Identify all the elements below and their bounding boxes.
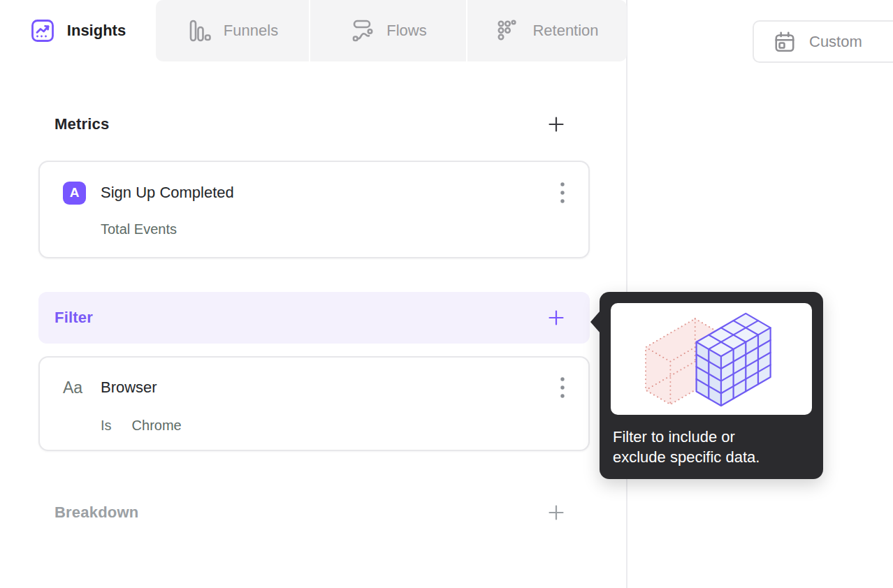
metric-badge: A — [63, 182, 86, 205]
insights-icon — [30, 18, 55, 43]
filter-illustration — [611, 303, 812, 415]
filter-operator[interactable]: Is — [101, 418, 112, 434]
tab-label: Retention — [532, 22, 598, 40]
breakdown-section-header: Breakdown — [38, 499, 590, 527]
tab-label: Funnels — [224, 22, 278, 40]
tab-label: Flows — [386, 22, 426, 40]
metric-event-card[interactable]: A Sign Up Completed Total Events — [38, 161, 590, 258]
date-range-label: Custom — [809, 33, 862, 51]
metric-event-name: Sign Up Completed — [101, 184, 234, 202]
flows-icon — [349, 18, 375, 43]
retention-icon — [495, 18, 521, 43]
tab-retention[interactable]: Retention — [466, 0, 627, 61]
report-tabs: Insights Funnels Flows — [0, 0, 627, 61]
calendar-icon — [773, 30, 797, 54]
metric-aggregation[interactable]: Total Events — [101, 221, 177, 237]
add-metric-button[interactable] — [547, 115, 565, 133]
tab-funnels[interactable]: Funnels — [156, 0, 309, 61]
tooltip-caption: Filter to include or exclude specific da… — [613, 427, 787, 467]
metrics-heading: Metrics — [55, 115, 109, 133]
add-filter-button[interactable] — [547, 309, 565, 327]
add-breakdown-button[interactable] — [547, 504, 565, 522]
breakdown-heading: Breakdown — [55, 504, 138, 522]
filter-section-header[interactable]: Filter — [38, 292, 590, 344]
tab-insights[interactable]: Insights — [0, 0, 156, 61]
filter-value[interactable]: Chrome — [132, 418, 182, 434]
filter-tooltip: Filter to include or exclude specific da… — [600, 292, 823, 479]
kebab-menu-icon[interactable] — [558, 179, 567, 206]
filter-heading: Filter — [55, 309, 93, 327]
filter-property-card[interactable]: Aa Browser Is Chrome — [38, 356, 590, 451]
text-property-icon: Aa — [63, 378, 86, 397]
date-range-custom-button[interactable]: Custom — [753, 20, 893, 63]
kebab-menu-icon[interactable] — [558, 374, 567, 401]
funnels-icon — [187, 18, 212, 43]
tab-label: Insights — [67, 22, 126, 40]
filter-property-name: Browser — [101, 378, 157, 397]
metrics-section-header: Metrics — [38, 110, 590, 138]
tooltip-caret — [590, 311, 600, 333]
tab-flows[interactable]: Flows — [309, 0, 466, 61]
